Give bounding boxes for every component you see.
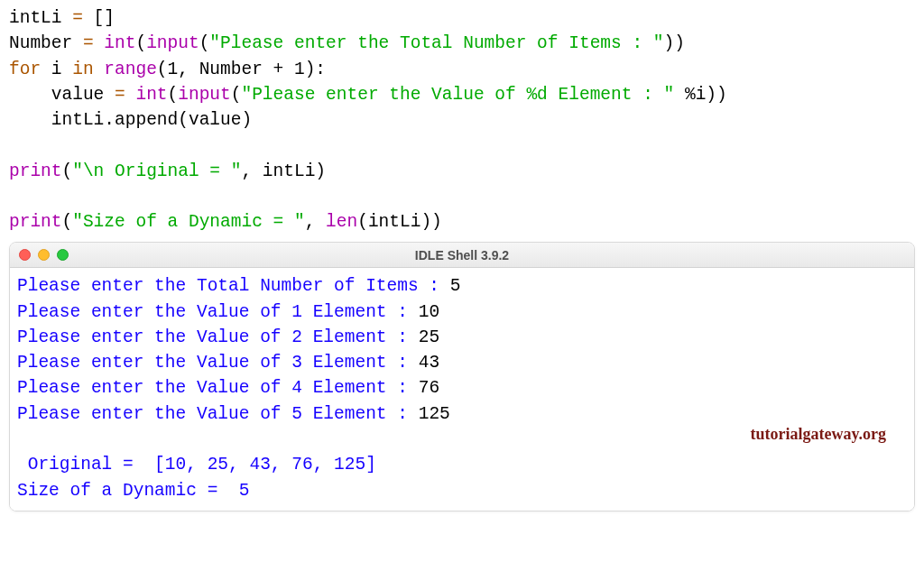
shell-line: Please enter the Value of 2 Element : 25 xyxy=(17,327,439,347)
shell-line: Please enter the Value of 4 Element : 76 xyxy=(17,378,439,398)
shell-line: Please enter the Value of 1 Element : 10 xyxy=(17,302,439,322)
zoom-icon[interactable] xyxy=(57,249,69,261)
code-line-5: intLi.append(value) xyxy=(9,110,252,130)
python-source-code: intLi = [] Number = int(input("Please en… xyxy=(9,5,915,235)
code-line-4: value = int(input("Please enter the Valu… xyxy=(9,85,727,105)
shell-line: Please enter the Value of 3 Element : 43 xyxy=(17,353,439,373)
code-line-1: intLi = [] xyxy=(9,8,115,28)
shell-line: Please enter the Total Number of Items :… xyxy=(17,276,460,296)
window-controls xyxy=(19,249,69,261)
shell-output-line: Size of a Dynamic = 5 xyxy=(17,481,249,501)
code-line-9: print("Size of a Dynamic = ", len(intLi)… xyxy=(9,212,442,232)
window-title: IDLE Shell 3.9.2 xyxy=(10,246,914,264)
idle-shell-window: IDLE Shell 3.9.2 Please enter the Total … xyxy=(9,242,915,511)
code-line-2: Number = int(input("Please enter the Tot… xyxy=(9,33,685,53)
code-line-3: for i in range(1, Number + 1): xyxy=(9,60,326,79)
window-titlebar: IDLE Shell 3.9.2 xyxy=(10,243,914,268)
shell-line: Please enter the Value of 5 Element : 12… xyxy=(17,404,450,424)
shell-output-line: Original = [10, 25, 43, 76, 125] xyxy=(17,455,376,474)
shell-output: Please enter the Total Number of Items :… xyxy=(10,268,914,510)
minimize-icon[interactable] xyxy=(38,249,50,261)
code-line-7: print("\n Original = ", intLi) xyxy=(9,161,326,181)
close-icon[interactable] xyxy=(19,249,31,261)
